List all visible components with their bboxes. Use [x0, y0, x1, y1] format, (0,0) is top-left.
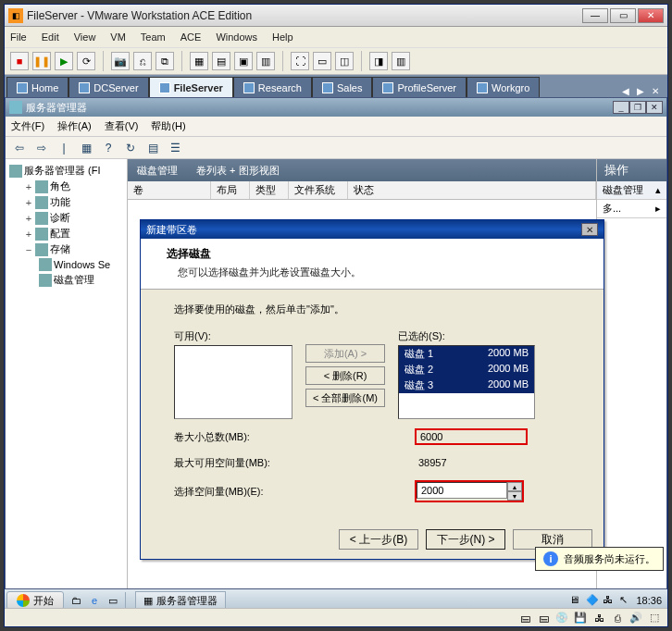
unity-icon[interactable]: ▭ — [313, 52, 331, 70]
status-net-icon[interactable]: 🖧 — [591, 612, 606, 625]
tab-close-icon[interactable]: ✕ — [649, 84, 662, 97]
vmware-menubar: File Edit View VM Team ACE Windows Help — [5, 27, 667, 47]
tab-left-icon[interactable]: ◀ — [619, 84, 632, 97]
menu-view[interactable]: View — [74, 31, 96, 43]
notification-balloon[interactable]: i 音频服务尚未运行。 — [535, 547, 664, 571]
menu-ace[interactable]: ACE — [180, 31, 202, 43]
filter-icon[interactable]: ▦ — [78, 140, 94, 156]
tool-icon-4[interactable]: ▥ — [256, 52, 275, 70]
srv-restore-button[interactable]: ❐ — [629, 101, 646, 114]
spin-up-icon[interactable]: ▲ — [507, 482, 522, 491]
select-space-spinner[interactable]: ▲▼ — [415, 480, 524, 502]
tree-disk-mgmt[interactable]: 磁盘管理 — [7, 272, 125, 288]
status-hdd-icon[interactable]: 🖴 — [517, 612, 532, 625]
srv-minimize-button[interactable]: _ — [613, 101, 629, 114]
tab-fileserver[interactable]: FileServer — [149, 77, 233, 97]
tool-icon-1[interactable]: ▦ — [190, 52, 208, 70]
selected-listbox[interactable]: 磁盘 12000 MB 磁盘 22000 MB 磁盘 32000 MB — [398, 345, 535, 419]
back-button[interactable]: < 上一步(B) — [339, 529, 418, 550]
next-button[interactable]: 下一步(N) > — [426, 529, 505, 550]
menu-vm[interactable]: VM — [110, 31, 126, 43]
col-volume[interactable]: 卷 — [128, 181, 211, 199]
tray-icon-1[interactable]: 🖥 — [569, 594, 582, 607]
tree-features[interactable]: +功能 — [7, 194, 125, 210]
menu-edit[interactable]: Edit — [42, 31, 59, 43]
pause-icon[interactable]: ❚❚ — [32, 52, 51, 70]
ie-icon[interactable]: e — [86, 592, 103, 609]
list-icon[interactable]: ▤ — [144, 140, 161, 156]
close-button[interactable]: ✕ — [638, 8, 664, 23]
menu-help[interactable]: Help — [272, 31, 293, 43]
tool-icon-3[interactable]: ▣ — [234, 52, 253, 70]
tab-right-icon[interactable]: ▶ — [634, 84, 647, 97]
status-usb-icon[interactable]: ⎙ — [610, 612, 625, 625]
stop-icon[interactable]: ■ — [10, 52, 29, 70]
actions-sub[interactable]: 磁盘管理▴ — [597, 181, 666, 200]
forward-icon[interactable]: ⇨ — [33, 140, 50, 156]
start-button[interactable]: 开始 — [6, 591, 64, 610]
menu-file[interactable]: File — [10, 31, 27, 43]
srv-menu-help[interactable]: 帮助(H) — [151, 119, 185, 133]
available-listbox[interactable] — [174, 345, 292, 419]
explorer-icon[interactable]: 🗀 — [68, 592, 84, 609]
reset-icon[interactable]: ⟳ — [77, 52, 95, 70]
refresh-icon[interactable]: ↻ — [122, 140, 139, 156]
fullscreen-icon[interactable]: ⛶ — [291, 52, 309, 70]
help-icon[interactable]: ? — [100, 140, 117, 156]
col-type[interactable]: 类型 — [250, 181, 289, 199]
remove-all-button[interactable]: < 全部删除(M) — [305, 389, 385, 407]
tab-workgroup[interactable]: Workgro — [467, 77, 540, 97]
srv-menu-action[interactable]: 操作(A) — [57, 119, 92, 133]
status-hdd2-icon[interactable]: 🖴 — [536, 612, 551, 625]
revert-icon[interactable]: ⎌ — [133, 52, 152, 70]
menu-team[interactable]: Team — [141, 31, 166, 43]
tree-roles[interactable]: +角色 — [7, 179, 125, 194]
network-icon[interactable]: 🖧 — [603, 594, 616, 607]
srv-menu-view[interactable]: 查看(V) — [105, 119, 139, 133]
snapshot-icon[interactable]: 📷 — [111, 52, 130, 70]
monitor-icon — [243, 82, 255, 93]
actions-more[interactable]: 多...▸ — [597, 200, 666, 218]
tree-storage[interactable]: −存储 — [7, 241, 125, 257]
tab-home[interactable]: Home — [6, 77, 68, 97]
play-icon[interactable]: ▶ — [55, 52, 73, 70]
dialog-close-button[interactable]: ✕ — [581, 223, 598, 236]
status-sound-icon[interactable]: 🔊 — [628, 612, 643, 625]
tree-diagnostics[interactable]: +诊断 — [7, 210, 125, 226]
select-space-input[interactable] — [417, 482, 507, 499]
srv-close-button[interactable]: ✕ — [646, 101, 663, 114]
tree-config[interactable]: +配置 — [7, 226, 125, 241]
available-label: 可用(V): — [174, 329, 292, 343]
manage-icon[interactable]: ⧉ — [156, 52, 174, 70]
tree-windows-backup[interactable]: Windows Se — [7, 257, 125, 272]
tray-icon-2[interactable]: 🔷 — [586, 594, 599, 607]
remove-button[interactable]: < 删除(R) — [305, 366, 385, 385]
sidebar-icon[interactable]: ◨ — [369, 52, 388, 70]
status-floppy-icon[interactable]: 💾 — [573, 612, 588, 625]
col-fs[interactable]: 文件系统 — [289, 181, 348, 199]
back-icon[interactable]: ⇦ — [11, 140, 28, 156]
srv-menu-file[interactable]: 文件(F) — [11, 119, 44, 133]
col-status[interactable]: 状态 — [348, 181, 596, 199]
spin-down-icon[interactable]: ▼ — [507, 491, 522, 501]
taskbar-item-servermgr[interactable]: ▦ 服务器管理器 — [135, 591, 226, 610]
quickview-icon[interactable]: ◫ — [335, 52, 354, 70]
status-grab-icon[interactable]: ⬚ — [647, 612, 662, 625]
tab-research[interactable]: Research — [233, 77, 312, 97]
add-button[interactable]: 添加(A) > — [305, 344, 385, 363]
tool-icon-2[interactable]: ▤ — [212, 52, 230, 70]
desktop-icon[interactable]: ▭ — [105, 592, 121, 609]
taskbar-clock[interactable]: 18:36 — [636, 595, 662, 606]
summary-icon[interactable]: ▥ — [392, 52, 410, 70]
tab-dcserver[interactable]: DCServer — [68, 77, 148, 97]
menu-windows[interactable]: Windows — [216, 31, 257, 43]
tab-sales[interactable]: Sales — [312, 77, 373, 97]
nav-tree[interactable]: 服务器管理器 (FI +角色 +功能 +诊断 +配置 −存储 Windows S… — [6, 159, 128, 588]
tree-root[interactable]: 服务器管理器 (FI — [7, 163, 125, 179]
tab-profileserver[interactable]: ProfileServer — [372, 77, 467, 97]
minimize-button[interactable]: — — [582, 8, 608, 23]
status-cd-icon[interactable]: 💿 — [554, 612, 569, 625]
col-layout[interactable]: 布局 — [211, 181, 250, 199]
maximize-button[interactable]: ▭ — [610, 8, 636, 23]
view-icon[interactable]: ☰ — [167, 140, 183, 156]
